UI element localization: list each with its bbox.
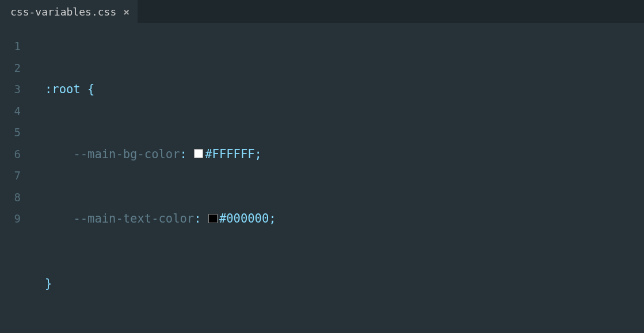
line-number: 8 bbox=[0, 187, 29, 209]
code-line: --main-bg-color: #FFFFFF; bbox=[29, 144, 644, 166]
code-line: } bbox=[29, 273, 644, 295]
line-number: 6 bbox=[0, 144, 29, 166]
token-brace: } bbox=[45, 277, 52, 290]
token-property: --main-bg-color bbox=[73, 147, 180, 161]
line-number: 5 bbox=[0, 122, 29, 144]
color-swatch-icon bbox=[194, 149, 203, 158]
token-punct: :root bbox=[45, 82, 81, 96]
color-swatch-icon bbox=[208, 214, 218, 223]
line-number: 7 bbox=[0, 165, 29, 187]
code-line: :root { bbox=[29, 79, 644, 101]
close-icon[interactable]: × bbox=[123, 6, 129, 18]
tab-active[interactable]: css-variables.css × bbox=[0, 0, 138, 23]
editor[interactable]: 1 2 3 4 5 6 7 8 9 :root { --main-bg-colo… bbox=[0, 23, 644, 333]
line-number: 9 bbox=[0, 208, 29, 230]
token-brace: { bbox=[87, 82, 94, 96]
line-number: 3 bbox=[0, 79, 29, 101]
tab-filename: css-variables.css bbox=[10, 6, 116, 18]
line-number: 1 bbox=[0, 36, 29, 58]
token-colon: : bbox=[194, 212, 201, 225]
token-semi: ; bbox=[255, 147, 262, 161]
line-number-gutter: 1 2 3 4 5 6 7 8 9 bbox=[0, 23, 29, 333]
token-semi: ; bbox=[269, 212, 276, 225]
line-number: 2 bbox=[0, 58, 29, 79]
token-hex: #FFFFFF bbox=[205, 147, 254, 161]
token-hex: #000000 bbox=[219, 212, 269, 225]
token-colon: : bbox=[180, 147, 187, 161]
tab-bar: css-variables.css × bbox=[0, 0, 644, 23]
code-area[interactable]: :root { --main-bg-color: #FFFFFF; --main… bbox=[29, 23, 644, 333]
code-line: --main-text-color: #000000; bbox=[29, 208, 644, 230]
line-number: 4 bbox=[0, 101, 29, 123]
token-property: --main-text-color bbox=[73, 212, 194, 225]
